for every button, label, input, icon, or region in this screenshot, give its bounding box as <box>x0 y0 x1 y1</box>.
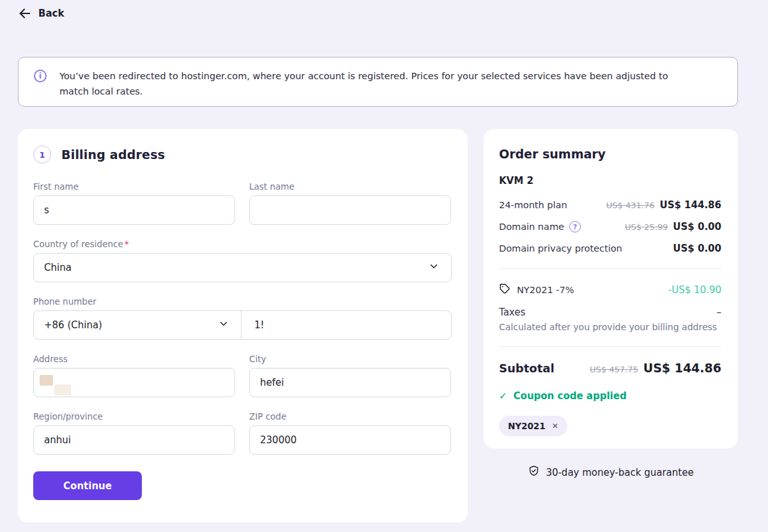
city-label: City <box>249 354 451 364</box>
money-back-guarantee: 30-day money-back guarantee <box>484 465 738 480</box>
coupon-row: NY2021 -7% -US$ 10.90 <box>499 283 721 296</box>
coupon-applied-label: Coupon code applied <box>514 390 627 402</box>
country-label: Country of residence* <box>33 239 452 249</box>
summary-row-plan: 24-month plan US$ 431.76 US$ 144.86 <box>499 199 721 211</box>
plan-old-price: US$ 431.76 <box>606 201 655 210</box>
country-selected-value: China <box>44 262 72 273</box>
country-select[interactable]: China <box>33 253 452 282</box>
taxes-note: Calculated after you provide your billin… <box>499 322 721 332</box>
last-name-input[interactable] <box>249 195 451 225</box>
coupon-chip: NY2021 ✕ <box>499 416 567 436</box>
required-asterisk: * <box>125 239 129 249</box>
chevron-down-icon <box>218 318 229 332</box>
city-input[interactable] <box>249 368 451 397</box>
first-name-label: First name <box>33 181 235 192</box>
domain-price: US$ 0.00 <box>673 221 721 232</box>
last-name-label: Last name <box>249 181 451 192</box>
banner-text: You’ve been redirected to hostinger.com,… <box>59 68 699 99</box>
question-circle-icon[interactable]: ? <box>569 221 581 232</box>
coupon-code-label: NY2021 -7% <box>517 285 574 295</box>
subtotal-old-price: US$ 457.75 <box>590 365 638 374</box>
phone-label: Phone number <box>33 296 452 307</box>
continue-button[interactable]: Continue <box>33 471 142 500</box>
taxes-value: – <box>717 307 722 318</box>
taxes-label: Taxes <box>499 307 525 318</box>
chevron-down-icon <box>428 261 440 275</box>
phone-field: +86 (China) <box>33 310 452 340</box>
coupon-discount-amount: -US$ 10.90 <box>668 284 721 296</box>
order-summary-title: Order summary <box>499 147 721 161</box>
zip-input[interactable] <box>249 425 451 455</box>
privacy-label: Domain privacy protection <box>499 243 622 254</box>
subtotal-row: Subtotal US$ 457.75 US$ 144.86 <box>499 361 721 375</box>
subtotal-price: US$ 144.86 <box>643 361 721 375</box>
billing-address-title: Billing address <box>61 148 165 162</box>
coupon-chip-code: NY2021 <box>508 421 546 431</box>
plan-price: US$ 144.86 <box>659 199 721 211</box>
redacted-text <box>40 375 53 386</box>
region-label: Region/province <box>33 411 235 422</box>
back-button[interactable]: Back <box>18 6 64 20</box>
phone-country-code-select[interactable]: +86 (China) <box>34 311 242 339</box>
first-name-input[interactable] <box>33 195 235 225</box>
close-icon[interactable]: ✕ <box>552 422 558 430</box>
domain-label: Domain name <box>499 222 564 232</box>
privacy-price: US$ 0.00 <box>673 243 721 254</box>
plan-label: 24-month plan <box>499 200 567 210</box>
domain-old-price: US$ 25.99 <box>625 222 668 232</box>
region-input[interactable] <box>33 425 235 455</box>
subtotal-label: Subtotal <box>499 361 555 375</box>
coupon-applied-row: ✓ Coupon code applied <box>499 390 721 402</box>
address-label: Address <box>33 354 235 364</box>
divider <box>499 346 721 347</box>
back-label: Back <box>38 8 64 19</box>
summary-row-domain: Domain name ? US$ 25.99 US$ 0.00 <box>499 221 721 232</box>
guarantee-label: 30-day money-back guarantee <box>546 467 693 478</box>
billing-address-card: 1 Billing address First name Last name C… <box>18 129 468 522</box>
redacted-text <box>54 384 71 395</box>
info-circle-icon: i <box>34 70 47 82</box>
zip-label: ZIP code <box>249 411 451 422</box>
divider <box>499 268 721 269</box>
order-summary-card: Order summary KVM 2 24-month plan US$ 43… <box>484 129 738 448</box>
step-number-badge: 1 <box>33 146 51 163</box>
check-icon: ✓ <box>499 390 507 402</box>
arrow-left-icon <box>18 6 32 20</box>
taxes-row: Taxes – <box>499 307 721 318</box>
redirect-info-banner: i You’ve been redirected to hostinger.co… <box>18 57 738 107</box>
shield-check-icon <box>528 465 540 480</box>
summary-row-privacy: Domain privacy protection US$ 0.00 <box>499 243 721 254</box>
phone-number-input[interactable] <box>242 311 451 339</box>
product-name: KVM 2 <box>499 175 721 186</box>
phone-code-value: +86 (China) <box>44 319 102 331</box>
tag-icon <box>499 283 511 296</box>
